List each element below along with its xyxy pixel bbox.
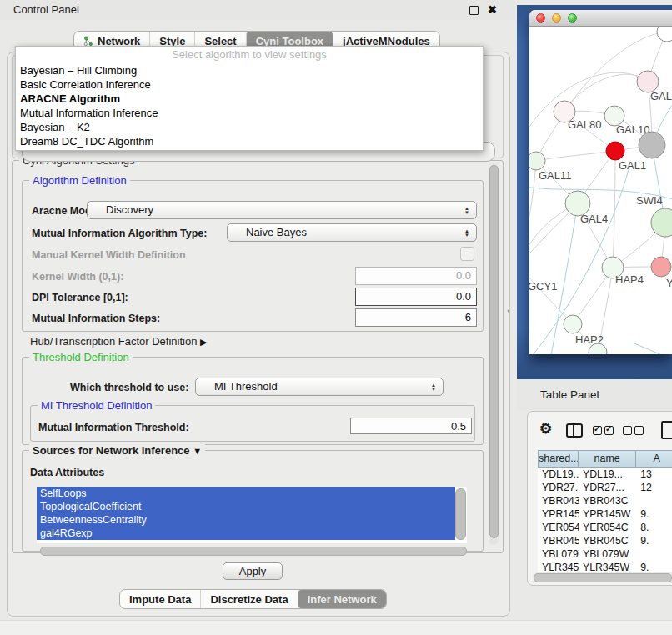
network-canvas[interactable]: GALGAL80GAL10GAL1GAL11SWI4GAL4GCY1HAP4YH… [529, 27, 672, 354]
mi-type-select[interactable]: Naive Bayes ▲▼ [227, 223, 477, 242]
tab-infer-network[interactable]: Infer Network [298, 590, 386, 608]
which-threshold-value: MI Threshold [214, 380, 278, 392]
node-table: shared...nameA YDL19...YDL19...13YDR27..… [538, 450, 672, 581]
maximize-window-icon[interactable] [568, 13, 577, 22]
table-cell: YDL19... [538, 468, 579, 481]
expand-right-icon: ▶ [200, 337, 207, 347]
aracne-mode-value: Discovery [106, 203, 153, 216]
table-row[interactable]: YBR043CYBR043C [538, 494, 672, 508]
dropdown-placeholder: Select algorithm to view settings [16, 47, 483, 63]
gear-icon[interactable]: ⚙ [539, 420, 552, 438]
panel-divider-chevron-icon[interactable]: ‹ [507, 305, 510, 315]
algorithm-option-aracne-algorithm[interactable]: ARACNE Algorithm [16, 92, 483, 106]
attributes-scrollbar-thumb[interactable] [455, 488, 466, 540]
network-graph[interactable]: GALGAL80GAL10GAL1GAL11SWI4GAL4GCY1HAP4YH… [529, 27, 672, 354]
select-all-checks-icon[interactable] [593, 426, 602, 435]
table-row[interactable]: YPR145WYPR145W9. [538, 508, 672, 521]
table-cell: 12 [636, 481, 672, 494]
table-toolbar: ⚙ [528, 418, 672, 443]
table-cell: 9. [636, 534, 672, 548]
column-header-1[interactable]: shared... [538, 450, 579, 468]
deselect-checks-icon[interactable] [623, 426, 632, 435]
dpi-tolerance-label: DPI Tolerance [0,1]: [32, 292, 128, 303]
settings-hscrollbar-thumb[interactable] [40, 547, 467, 556]
network-node-hap2[interactable] [564, 315, 582, 333]
mi-threshold-field[interactable]: 0.5 [350, 418, 472, 434]
settings-scrollbar-track[interactable] [489, 163, 499, 545]
table-cell: YDR27... [538, 481, 579, 494]
tab-label: Infer Network [308, 593, 377, 606]
float-panel-icon[interactable] [469, 6, 479, 15]
spinner-arrows-icon: ▲▼ [431, 379, 436, 396]
table-cell: YDL19... [579, 468, 636, 481]
table-cell: YBR043C [538, 494, 579, 508]
manual-kernel-checkbox[interactable] [460, 247, 474, 261]
aracne-mode-select[interactable]: Discovery ▲▼ [87, 201, 477, 219]
algorithm-dropdown-popup: Select algorithm to view settings Bayesi… [15, 46, 484, 151]
table-cell: YER054C [579, 521, 636, 534]
which-threshold-select[interactable]: MI Threshold ▲▼ [195, 378, 444, 396]
network-window-titlebar[interactable] [529, 10, 672, 27]
table-hscrollbar-thumb[interactable] [534, 573, 672, 582]
deselect-checks-icon[interactable] [634, 426, 644, 435]
network-view-window[interactable]: GALGAL80GAL10GAL1GAL11SWI4GAL4GCY1HAP4YH… [529, 10, 672, 354]
file-icon[interactable] [661, 421, 672, 439]
network-node-y[interactable] [651, 257, 671, 277]
algorithm-option-basic-correlation-inference[interactable]: Basic Correlation Inference [16, 78, 483, 92]
mi-steps-field[interactable]: 6 [355, 308, 477, 327]
tab-impute-data[interactable]: Impute Data [120, 590, 200, 608]
hub-definition-expander[interactable]: Hub/Transcription Factor Definition ▶ [30, 335, 207, 348]
algorithm-option-bayesian-k2[interactable]: Bayesian – K2 [16, 120, 483, 134]
apply-button[interactable]: Apply [223, 562, 283, 580]
table-panel-title: Table Panel [540, 379, 599, 410]
control-panel-title: Control Panel [13, 0, 79, 20]
threshold-definition-title: Threshold Definition [29, 351, 133, 363]
node-label-hap4: HAP4 [615, 273, 644, 286]
network-node-swi4[interactable] [651, 208, 672, 237]
algorithm-option-dream8-dc-tdc-algorithm[interactable]: Dream8 DC_TDC Algorithm [16, 134, 483, 148]
table-cell: YBR045C [538, 534, 579, 548]
data-attribute-selfloops[interactable]: SelfLoops [37, 487, 455, 500]
table-body: YDL19...YDL19...13YDR27...YDR27...12YBR0… [538, 468, 672, 581]
network-node[interactable] [639, 132, 665, 158]
settings-scrollbar-thumb[interactable] [489, 165, 499, 538]
table-cell: YPR145W [579, 508, 636, 521]
table-row[interactable]: YDR27...YDR27...12 [538, 481, 672, 494]
table-cell: YBR045C [579, 534, 636, 548]
sources-group-title[interactable]: Sources for Network Inference ▼ [29, 444, 205, 457]
data-attribute-betweennesscentrality[interactable]: BetweennessCentrality [37, 513, 455, 527]
network-icon [83, 36, 93, 47]
column-header-3[interactable]: A [636, 450, 672, 468]
network-node[interactable] [657, 27, 672, 42]
node-label-gal1: GAL1 [619, 159, 646, 172]
table-cell: YBR043C [579, 494, 636, 508]
table-row[interactable]: YBL079WYBL079W [538, 548, 672, 561]
mi-steps-label: Mutual Information Steps: [32, 312, 160, 324]
algorithm-option-mutual-information-inference[interactable]: Mutual Information Inference [16, 106, 483, 120]
dropdown-items: Bayesian – Hill ClimbingBasic Correlatio… [16, 63, 483, 148]
table-row[interactable]: YER054CYER054C8. [538, 521, 672, 534]
data-attribute-gal4rgexp[interactable]: gal4RGexp [37, 527, 455, 540]
network-node-gal1[interactable] [606, 142, 624, 160]
spinner-arrows-icon: ▲▼ [464, 225, 469, 242]
data-attributes-list[interactable]: SelfLoopsTopologicalCoefficientBetweenne… [37, 487, 467, 543]
algorithm-option-bayesian-hill-climbing[interactable]: Bayesian – Hill Climbing [16, 63, 483, 78]
minimize-window-icon[interactable] [552, 13, 561, 22]
select-all-checks-icon[interactable] [604, 426, 614, 435]
close-panel-icon[interactable]: ✖ [488, 2, 497, 18]
expand-down-icon: ▼ [193, 446, 202, 456]
network-node-gal11[interactable] [529, 152, 545, 170]
tab-discretize-data[interactable]: Discretize Data [200, 590, 297, 608]
close-window-icon[interactable] [536, 13, 545, 22]
node-label-gal: GAL [650, 90, 672, 102]
column-header-2[interactable]: name [579, 450, 636, 468]
columns-icon[interactable] [566, 423, 583, 438]
table-hscrollbar-track[interactable] [533, 572, 672, 582]
kernel-width-field[interactable]: 0.0 [355, 267, 477, 285]
table-row[interactable]: YBR045CYBR045C9. [538, 534, 672, 548]
mi-type-label: Mutual Information Algorithm Type: [32, 228, 207, 239]
data-attribute-topologicalcoefficient[interactable]: TopologicalCoefficient [37, 500, 455, 513]
dpi-tolerance-field[interactable]: 0.0 [355, 288, 477, 306]
algorithm-definition-title: Algorithm Definition [29, 174, 130, 187]
table-row[interactable]: YDL19...YDL19...13 [538, 468, 672, 481]
